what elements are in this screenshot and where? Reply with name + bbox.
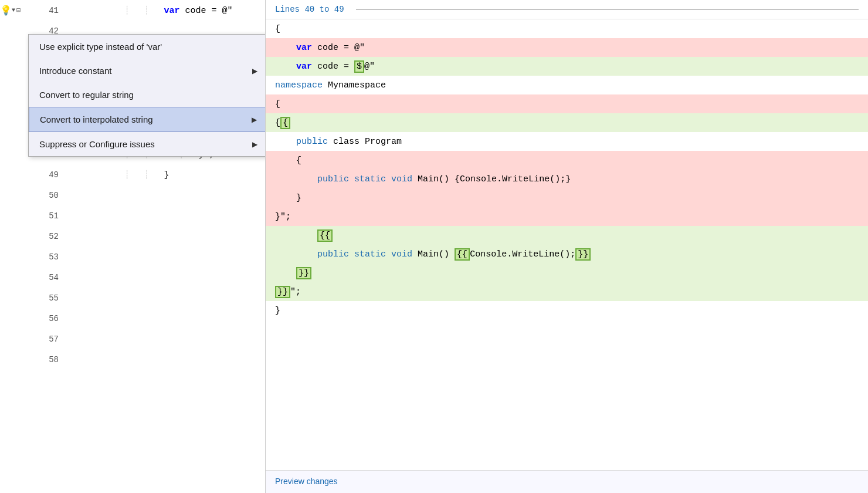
diff-header-text: Lines 40 to 49: [275, 5, 344, 14]
code-line-57: 57: [0, 329, 265, 349]
menu-item-label: Convert to interpolated string: [40, 114, 153, 124]
diff-line-added: }}: [266, 264, 868, 282]
line-number: 57: [38, 335, 65, 344]
guide-dots: ┊ ┊: [110, 6, 164, 15]
diff-line-removed: }: [266, 188, 868, 207]
line-number: 52: [38, 232, 65, 241]
code-line-53: 53: [0, 246, 265, 267]
code-line-49: 49 ┊ ┊ }: [0, 164, 265, 185]
diff-line-removed: {: [266, 151, 868, 170]
editor-container: 💡 ▼ ⊟ 41 ┊ ┊ var code = @" 42 43 44 45: [0, 0, 868, 493]
code-line-55: 55: [0, 288, 265, 308]
diff-header-divider: [356, 9, 859, 10]
code-text: code = @": [180, 6, 233, 16]
line-number: 58: [38, 355, 65, 364]
line-number: 50: [38, 191, 65, 200]
code-editor: 💡 ▼ ⊟ 41 ┊ ┊ var code = @" 42 43 44 45: [0, 0, 266, 493]
menu-item-label: Suppress or Configure issues: [39, 139, 155, 149]
menu-item-explicit-type[interactable]: Use explicit type instead of 'var': [29, 35, 266, 59]
line-number: 53: [38, 252, 65, 262]
menu-item-label: Introduce constant: [39, 66, 111, 76]
diff-line: }: [266, 301, 868, 320]
code-line-56: 56: [0, 308, 265, 329]
dropdown-arrow-icon[interactable]: ▼: [12, 7, 15, 13]
diff-line-added: public static void Main() {{Console.Writ…: [266, 245, 868, 264]
menu-item-introduce-constant[interactable]: Introduce constant ▶: [29, 59, 266, 83]
diff-footer: Preview changes: [266, 470, 868, 493]
diff-line-removed: }";: [266, 207, 868, 226]
line-number: 41: [38, 6, 65, 15]
menu-item-convert-interpolated[interactable]: Convert to interpolated string ▶: [29, 107, 266, 132]
diff-line-added: }}";: [266, 282, 868, 301]
preview-changes-link[interactable]: Preview changes: [275, 477, 338, 486]
code-line-54: 54: [0, 267, 265, 288]
diff-line-added: {{: [266, 226, 868, 245]
lightbulb-icon[interactable]: 💡: [0, 5, 12, 16]
submenu-arrow-icon: ▶: [252, 67, 257, 75]
pin-icon: ⊟: [16, 6, 21, 15]
line-number: 49: [38, 170, 65, 180]
line-number: 54: [38, 273, 65, 282]
diff-content: { var code = @" var code = $@" namespace…: [266, 19, 868, 320]
menu-item-label: Convert to regular string: [39, 90, 134, 100]
code-line-51: 51: [0, 205, 265, 226]
diff-line-removed: public static void Main() {Console.Write…: [266, 170, 868, 188]
code-line-58: 58: [0, 349, 265, 370]
diff-line: namespace Mynamespace: [266, 76, 868, 94]
code-line-52: 52: [0, 226, 265, 246]
line-content: ┊ ┊ }: [65, 160, 265, 190]
diff-line-added: {{: [266, 113, 868, 132]
line-number: 56: [38, 314, 65, 323]
diff-line: public class Program: [266, 132, 868, 151]
menu-item-suppress-configure[interactable]: Suppress or Configure issues ▶: [29, 132, 266, 156]
diff-line: {: [266, 19, 868, 38]
code-line-41: 💡 ▼ ⊟ 41 ┊ ┊ var code = @": [0, 0, 265, 21]
line-content: ┊ ┊ var code = @": [65, 0, 265, 26]
diff-panel: Lines 40 to 49 { var code = @" var code …: [266, 0, 868, 493]
menu-item-convert-regular[interactable]: Convert to regular string: [29, 83, 266, 107]
lightbulb-area[interactable]: 💡 ▼ ⊟: [0, 5, 38, 16]
diff-line-added: var code = $@": [266, 57, 868, 76]
diff-header: Lines 40 to 49: [266, 0, 868, 19]
diff-line-removed: {: [266, 94, 868, 113]
line-number: 51: [38, 211, 65, 221]
keyword-var: var: [164, 6, 180, 16]
context-menu: Use explicit type instead of 'var' Intro…: [28, 34, 266, 157]
submenu-arrow-icon: ▶: [252, 140, 257, 148]
diff-line-removed: var code = @": [266, 38, 868, 57]
menu-item-label: Use explicit type instead of 'var': [39, 42, 162, 52]
submenu-arrow-icon: ▶: [252, 116, 257, 124]
line-number: 55: [38, 293, 65, 303]
